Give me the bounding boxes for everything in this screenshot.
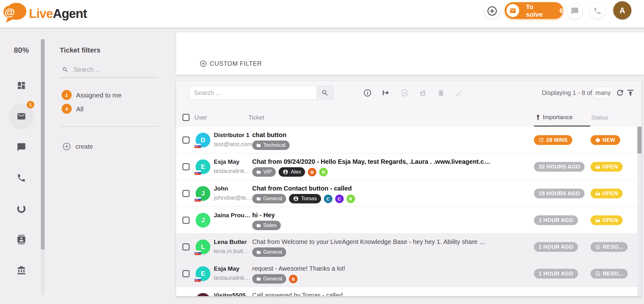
row-checkbox[interactable] xyxy=(182,217,190,224)
importance-badge: 19 HOURS AGO xyxy=(534,189,585,198)
plus-circle-icon xyxy=(487,6,497,16)
sidebar-item-billing[interactable] xyxy=(17,266,26,275)
tag-department: Technical xyxy=(252,141,290,150)
sidebar-item-dashboard[interactable] xyxy=(17,81,26,90)
user-avatar: D xyxy=(196,133,210,147)
search-icon xyxy=(62,66,69,73)
column-importance[interactable]: Importance xyxy=(536,114,573,121)
tag-label: Technical xyxy=(263,142,286,148)
importance-badge: 28 MINS xyxy=(534,135,572,145)
row-checkbox[interactable] xyxy=(182,163,190,170)
info-button[interactable] xyxy=(362,87,373,98)
refresh-icon xyxy=(616,88,625,97)
sidebar-item-tickets[interactable] xyxy=(17,112,26,121)
ticket-row[interactable]: JJaina Proudmo...hi - HeySales1 HOUR AGO… xyxy=(176,207,637,234)
usage-percentage: 80% xyxy=(9,46,33,55)
sidebar-item-contacts[interactable] xyxy=(17,235,26,244)
ticket-title: request - Awesome! Thanks a lot! xyxy=(252,265,529,272)
ticket-title: Chat from Contact button - called xyxy=(252,185,529,192)
status-badge-label: OPEN xyxy=(602,191,618,197)
status-badge: RESO... xyxy=(591,269,628,279)
ticket-row[interactable]: VVisitor550589Call answered by Tomas - c… xyxy=(176,287,637,296)
ticket-row[interactable]: DDistributor 1test@test.comchat buttonTe… xyxy=(176,127,637,153)
chats-button[interactable] xyxy=(567,3,583,19)
ticket-title: Chat from 09/24/2020 - Hello Esja May, t… xyxy=(252,158,529,165)
tag-label: General xyxy=(263,276,282,282)
ticket-row[interactable]: LLena Butlerlena.m.butler@...Chat from W… xyxy=(176,234,637,260)
ticket-tags: Sales xyxy=(252,221,281,230)
magic-wand-button[interactable] xyxy=(453,87,465,98)
priority-flame-button[interactable] xyxy=(417,87,428,98)
user-name: Distributor 1 xyxy=(214,132,252,139)
importance-badge-label: 1 HOUR AGO xyxy=(539,244,573,250)
envelope-icon xyxy=(509,7,516,14)
scroll-top-button[interactable] xyxy=(625,87,636,98)
importance-badge: 1 HOUR AGO xyxy=(534,242,578,252)
calls-button[interactable] xyxy=(590,3,605,19)
user-email: testauralinka@... xyxy=(214,168,252,174)
status-badge: OPEN xyxy=(591,215,623,225)
create-filter-button[interactable]: create xyxy=(62,142,93,151)
table-scrollbar-thumb[interactable] xyxy=(637,127,641,153)
create-new-button[interactable] xyxy=(484,3,500,19)
displaying-label: Displaying 1 - 8 of xyxy=(542,89,592,97)
to-solve-label: To solve xyxy=(526,3,552,18)
table-scrollbar[interactable] xyxy=(637,127,641,296)
filter-search-input[interactable] xyxy=(74,64,155,75)
select-all-checkbox[interactable] xyxy=(182,114,190,121)
tag-agent: Alex xyxy=(279,167,305,177)
sidebar-scrollbar[interactable] xyxy=(41,39,45,295)
folder-icon xyxy=(256,170,261,174)
status-badge-label: OPEN xyxy=(602,217,618,224)
user-avatar-button[interactable]: A xyxy=(613,1,631,19)
resolved-check-icon xyxy=(595,244,601,250)
sidebar-item-sync[interactable] xyxy=(17,204,26,213)
ticket-rows: DDistributor 1test@test.comchat buttonTe… xyxy=(176,127,637,296)
sidebar-scrollbar-thumb[interactable] xyxy=(41,39,45,249)
agent-person-icon xyxy=(283,169,288,175)
filter-all[interactable]: All xyxy=(76,105,83,113)
logo-agent: Agent xyxy=(53,7,87,20)
ticket-row[interactable]: EEsja Maytestauralinka@...Chat from 09/2… xyxy=(176,153,637,180)
avatar-initial: J xyxy=(196,213,210,228)
tag-label: General xyxy=(263,249,282,255)
row-checkbox[interactable] xyxy=(182,136,190,144)
filter-assigned-to-me[interactable]: Assigned to me xyxy=(76,91,122,99)
column-user: User xyxy=(194,114,207,121)
ticket-row[interactable]: EEsja Maytestauralinka@...request - Awes… xyxy=(176,260,637,287)
row-checkbox[interactable] xyxy=(182,243,190,251)
avatar-initial: V xyxy=(196,293,210,296)
mark-resolved-button[interactable] xyxy=(399,87,410,98)
tag-initial-circle: B xyxy=(289,275,297,283)
ticket-search-input[interactable] xyxy=(190,86,317,99)
importance-badge-label: 1 HOUR AGO xyxy=(539,271,573,277)
importance-badge: 1 HOUR AGO xyxy=(534,215,578,225)
status-badge: OPEN xyxy=(591,162,623,172)
tag-initial-circle: C xyxy=(324,195,332,203)
transfer-button[interactable] xyxy=(380,87,391,98)
folder-icon xyxy=(256,196,261,201)
svg-text:@: @ xyxy=(4,6,15,18)
slovakia-flag-icon xyxy=(195,144,201,148)
delete-button[interactable] xyxy=(435,87,447,98)
column-status[interactable]: Status xyxy=(591,114,608,121)
page-size-box[interactable]: many xyxy=(593,87,613,99)
check-circle-icon xyxy=(401,89,409,97)
custom-filter-button[interactable]: CUSTOM FILTER xyxy=(200,60,262,67)
sidebar-item-chats[interactable] xyxy=(17,142,26,152)
search-button[interactable] xyxy=(317,86,333,99)
tag-label: Sales xyxy=(263,222,277,229)
sort-ascending-icon xyxy=(536,114,541,120)
row-checkbox[interactable] xyxy=(182,270,190,277)
user-email: lena.m.butler@... xyxy=(214,248,252,255)
ticket-row[interactable]: JJohnjohndoe@test....Chat from Contact b… xyxy=(176,180,637,207)
ticket-title: Call answered by Tomas - called xyxy=(252,292,529,296)
sidebar-item-calls[interactable] xyxy=(17,173,26,183)
refresh-button[interactable] xyxy=(614,87,626,98)
row-checkbox[interactable] xyxy=(182,190,190,197)
tag-initial-circle: R xyxy=(347,195,355,203)
ticket-search xyxy=(189,86,333,100)
status-badge: NEW xyxy=(591,135,620,145)
to-solve-button[interactable]: To solve 6 xyxy=(505,2,563,19)
importance-badge-label: 19 HOURS AGO xyxy=(539,191,580,197)
